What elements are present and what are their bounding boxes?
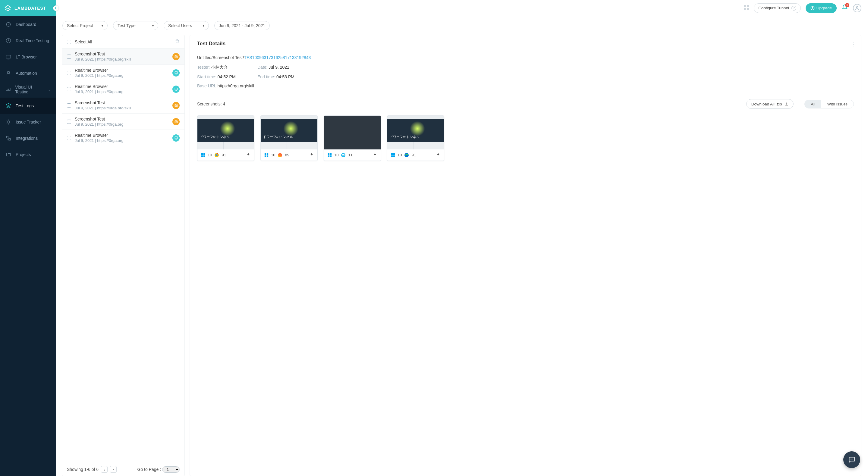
nav-test-logs[interactable]: Test Logs [0,98,56,114]
profile-avatar[interactable] [853,4,861,12]
date-value: Jul 9, 2021 [269,65,289,70]
nav-projects[interactable]: Projects [0,147,56,163]
row-title: Realtime Browser [75,133,169,138]
download-shot[interactable] [373,153,377,158]
svg-rect-11 [744,8,746,10]
log-row[interactable]: Realtime BrowserJul 9, 2021 | https://0r… [62,130,184,146]
row-checkbox[interactable] [67,103,71,107]
topbar: Configure Tunnel ? Upgrade 5 [56,0,868,16]
svg-rect-34 [328,155,330,157]
upgrade-icon [810,6,815,10]
realtime-icon [173,69,180,76]
svg-rect-17 [175,88,178,90]
realtime-icon [173,134,180,141]
chat-fab[interactable] [843,451,860,468]
configure-tunnel-button[interactable]: Configure Tunnel ? [754,3,801,13]
screenshot-thumb: ドワーフのトンネル [261,116,317,150]
chevron-left-icon [55,7,57,9]
svg-rect-24 [204,155,205,157]
row-meta: Jul 9, 2021 | https://0rga.org/skill [75,106,169,110]
row-checkbox[interactable] [67,87,71,91]
sidebar: LAMBDATEST DashboardReal Time TestingLT … [0,0,56,476]
os-version: 10 [208,153,212,157]
seg-with-issues[interactable]: With Issues [821,100,854,108]
notifications-button[interactable]: 5 [841,4,848,12]
nav-label: Dashboard [16,22,36,27]
windows-icon [201,153,205,157]
log-row[interactable]: Screenshot TestJul 9, 2021 | https://0rg… [62,113,184,130]
svg-rect-20 [175,137,178,139]
log-row[interactable]: Realtime BrowserJul 9, 2021 | https://0r… [62,64,184,81]
upgrade-button[interactable]: Upgrade [806,3,837,13]
collapse-sidebar-button[interactable] [53,5,59,11]
select-project[interactable]: Select Project▾ [62,21,107,30]
svg-rect-10 [747,5,749,7]
log-row[interactable]: Screenshot TestJul 9, 2021 | https://0rg… [62,48,184,64]
row-checkbox[interactable] [67,55,71,59]
nav-label: Issue Tracker [16,120,41,124]
nav-automation[interactable]: Automation [0,65,56,81]
svg-rect-27 [265,153,266,155]
screenshots-bar: Screenshots: 4 Download All .zip All Wit… [197,99,854,109]
select-test-type[interactable]: Test Type▾ [113,21,158,30]
screenshot-footer: 1089 [261,150,317,161]
trash-icon [175,39,180,44]
select-all-label: Select All [75,39,92,44]
date-range[interactable]: Jun 9, 2021 - Jul 9, 2021 [214,21,270,30]
nav-icon [5,103,11,109]
svg-rect-22 [204,153,205,155]
screenshot-footer: 1091 [197,150,254,161]
date-range-label: Jun 9, 2021 - Jul 9, 2021 [219,23,265,28]
svg-rect-38 [393,153,395,155]
screenshot-footer: 1011 [324,150,381,161]
delete-button[interactable] [175,39,180,44]
screenshot-card[interactable]: ドワーフのトンネル1091 [197,116,254,161]
nav-visual-ui-testing[interactable]: Visual UI Testing⌄ [0,81,56,98]
download-shot[interactable] [310,153,314,158]
row-checkbox[interactable] [67,120,71,124]
screenshot-card[interactable]: 1011 [324,116,381,161]
download-all-button[interactable]: Download All .zip [746,99,794,109]
seg-all[interactable]: All [805,100,821,108]
list-header: Select All [62,35,184,48]
nav-label: Visual UI Testing [15,85,44,94]
nav-icon [5,70,11,76]
goto-page-select[interactable]: 1 [162,466,180,473]
tester-value: 小林大介 [211,65,228,70]
screenshot-card[interactable]: ドワーフのトンネル1089 [260,116,318,161]
download-icon [785,102,788,106]
row-checkbox[interactable] [67,136,71,140]
nav-label: Test Logs [16,103,34,108]
baseurl-key: Base URL: [197,84,218,88]
nav-issue-tracker[interactable]: Issue Tracker [0,114,56,130]
download-shot[interactable] [246,153,250,158]
more-menu[interactable]: ⋮ [850,41,856,47]
log-row[interactable]: Screenshot TestJul 9, 2021 | https://0rg… [62,97,184,113]
nav-icon [5,38,11,44]
log-row[interactable]: Realtime BrowserJul 9, 2021 | https://0r… [62,81,184,97]
page-next[interactable]: › [110,466,117,473]
svg-point-15 [176,56,176,57]
nav-integrations[interactable]: Integrations [0,130,56,147]
tester-key: Tester: [197,65,210,70]
row-checkbox[interactable] [67,71,71,75]
page-prev[interactable]: ‹ [101,466,107,473]
help-icon: ? [792,6,796,10]
select-all-checkbox[interactable] [67,40,71,44]
download-shot[interactable] [436,153,440,158]
ie-icon [341,153,346,158]
row-title: Realtime Browser [75,68,169,73]
os-version: 10 [271,153,275,157]
details-heading: Test Details [197,41,854,47]
windows-icon [264,153,269,157]
nav-label: Projects [16,152,31,157]
nav-dashboard[interactable]: Dashboard [0,16,56,33]
apps-grid-icon[interactable] [744,5,749,11]
screenshot-card[interactable]: ドワーフのトンネル1091 [387,116,444,161]
nav-real-time-testing[interactable]: Real Time Testing [0,33,56,49]
nav-lt-browser[interactable]: LT Browser [0,49,56,65]
select-users[interactable]: Select Users▾ [164,21,209,30]
screenshot-icon [173,118,180,125]
svg-rect-33 [330,153,332,155]
test-id[interactable]: TES10096317316258171331​92843 [244,55,311,60]
